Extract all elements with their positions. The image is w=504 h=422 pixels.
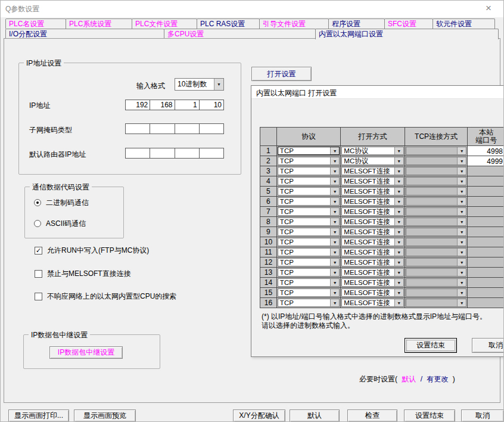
open-method-select[interactable]: MELSOFT连接▼ (341, 299, 403, 307)
chevron-down-icon[interactable]: ▼ (394, 289, 403, 296)
octet-input[interactable]: 168 (150, 100, 175, 110)
chevron-down-icon[interactable]: ▼ (457, 218, 466, 225)
radio-icon[interactable] (34, 199, 41, 206)
chevron-down-icon[interactable]: ▼ (394, 249, 403, 256)
checkbox-icon[interactable] (35, 270, 42, 278)
chevron-down-icon[interactable]: ▼ (394, 198, 403, 205)
chevron-down-icon[interactable]: ▼ (394, 188, 403, 195)
host-port-cell[interactable] (468, 207, 504, 216)
octet-input[interactable] (150, 148, 175, 159)
bottom-button-check[interactable]: 检查 (347, 409, 397, 422)
protocol-select[interactable]: TCP▼ (278, 167, 340, 175)
protocol-select[interactable]: TCP▼ (278, 248, 340, 256)
octet-input[interactable] (175, 148, 200, 159)
host-port-cell[interactable] (468, 278, 504, 287)
chevron-down-icon[interactable]: ▼ (394, 299, 403, 306)
chevron-down-icon[interactable]: ▼ (394, 238, 403, 246)
tab-io-assignment[interactable]: I/O分配设置 (5, 29, 164, 39)
host-port-cell[interactable] (468, 237, 504, 247)
chevron-down-icon[interactable]: ▼ (457, 198, 466, 205)
tcp-connection-select[interactable]: ▼ (406, 157, 466, 165)
chevron-down-icon[interactable]: ▼ (330, 157, 339, 165)
tab-plc-ras[interactable]: PLC RAS设置 (197, 18, 260, 29)
chevron-down-icon[interactable]: ▼ (394, 269, 403, 276)
open-method-select[interactable]: MELSOFT连接▼ (341, 238, 403, 246)
chevron-down-icon[interactable]: ▼ (457, 289, 466, 296)
host-port-cell[interactable]: 4998 (468, 146, 504, 156)
chevron-down-icon[interactable]: ▼ (330, 218, 339, 225)
tcp-connection-select[interactable]: ▼ (406, 187, 466, 196)
tcp-connection-select[interactable]: ▼ (406, 147, 466, 155)
input-format-select[interactable]: 10进制数 ▼ (175, 78, 224, 91)
tcp-connection-select[interactable]: ▼ (406, 238, 466, 246)
chevron-down-icon[interactable]: ▼ (214, 79, 223, 90)
chevron-down-icon[interactable]: ▼ (394, 279, 403, 286)
required-note-changed-link[interactable]: 有更改 (427, 375, 448, 383)
tcp-connection-select[interactable]: ▼ (406, 207, 466, 216)
bottom-button-print[interactable]: 显示画面打印... (8, 409, 69, 422)
protocol-select[interactable]: TCP▼ (278, 177, 340, 185)
octet-input[interactable] (200, 148, 224, 159)
protocol-select[interactable]: TCP▼ (278, 268, 340, 277)
radio-option-ascii[interactable]: ASCII码通信 (34, 219, 86, 228)
tab-multi-cpu[interactable]: 多CPU设置 (164, 29, 316, 39)
ip-relay-button[interactable]: IP数据包中继设置 (49, 346, 123, 359)
chevron-down-icon[interactable]: ▼ (330, 269, 339, 276)
checkbox-icon[interactable]: ✓ (35, 247, 42, 255)
protocol-select[interactable]: TCP▼ (278, 218, 340, 226)
tcp-connection-select[interactable]: ▼ (406, 288, 466, 297)
bottom-button-default[interactable]: 默认 (290, 409, 340, 422)
chevron-down-icon[interactable]: ▼ (457, 208, 466, 215)
host-port-cell[interactable] (468, 217, 504, 226)
protocol-select[interactable]: TCP▼ (278, 258, 340, 266)
open-method-select[interactable]: MELSOFT连接▼ (341, 197, 403, 206)
tcp-connection-select[interactable]: ▼ (406, 197, 466, 206)
chevron-down-icon[interactable]: ▼ (330, 167, 339, 175)
open-method-select[interactable]: MELSOFT连接▼ (341, 167, 403, 175)
chevron-down-icon[interactable]: ▼ (394, 157, 403, 165)
chevron-down-icon[interactable]: ▼ (394, 228, 403, 235)
open-method-select[interactable]: MELSOFT连接▼ (341, 258, 403, 266)
chevron-down-icon[interactable]: ▼ (457, 228, 466, 235)
radio-icon[interactable] (34, 220, 41, 227)
tcp-connection-select[interactable]: ▼ (406, 177, 466, 185)
tab-program[interactable]: 程序设置 (328, 18, 385, 29)
chevron-down-icon[interactable]: ▼ (457, 167, 466, 175)
open-method-select[interactable]: MELSOFT连接▼ (341, 248, 403, 256)
open-method-select[interactable]: MELSOFT连接▼ (341, 278, 403, 287)
dialog-finish-button[interactable]: 设置结束 (405, 338, 457, 353)
chevron-down-icon[interactable]: ▼ (330, 249, 339, 256)
tcp-connection-select[interactable]: ▼ (406, 228, 466, 236)
open-method-select[interactable]: MELSOFT连接▼ (341, 187, 403, 196)
bottom-button-preview[interactable]: 显示画面预览 (74, 409, 136, 422)
protocol-select[interactable]: TCP▼ (278, 207, 340, 216)
tcp-connection-select[interactable]: ▼ (406, 248, 466, 256)
radio-option-binary[interactable]: 二进制码通信 (34, 198, 89, 207)
tcp-connection-select[interactable]: ▼ (406, 268, 466, 277)
octet-input[interactable] (125, 148, 150, 159)
tcp-connection-select[interactable]: ▼ (406, 278, 466, 287)
chevron-down-icon[interactable]: ▼ (457, 178, 466, 185)
chevron-down-icon[interactable]: ▼ (394, 259, 403, 266)
protocol-select[interactable]: TCP▼ (278, 238, 340, 246)
chevron-down-icon[interactable]: ▼ (457, 269, 466, 276)
host-port-cell[interactable] (468, 288, 504, 297)
tab-sfc[interactable]: SFC设置 (384, 18, 433, 29)
chevron-down-icon[interactable]: ▼ (457, 249, 466, 256)
protocol-select[interactable]: TCP▼ (278, 187, 340, 196)
chevron-down-icon[interactable]: ▼ (330, 299, 339, 306)
chevron-down-icon[interactable]: ▼ (330, 259, 339, 266)
open-settings-button[interactable]: 打开设置 (251, 67, 312, 81)
octet-input[interactable] (150, 123, 175, 134)
chevron-down-icon[interactable]: ▼ (330, 208, 339, 215)
open-method-select[interactable]: MELSOFT连接▼ (341, 268, 403, 277)
chevron-down-icon[interactable]: ▼ (330, 198, 339, 205)
host-port-cell[interactable] (468, 268, 504, 277)
protocol-select[interactable]: TCP▼ (278, 299, 340, 307)
chevron-down-icon[interactable]: ▼ (457, 259, 466, 266)
checkbox-forbid-melsoft[interactable]: 禁止与MELSOFT直接连接 (35, 269, 131, 278)
chevron-down-icon[interactable]: ▼ (394, 208, 403, 215)
host-port-cell[interactable] (468, 176, 504, 186)
chevron-down-icon[interactable]: ▼ (330, 178, 339, 185)
checkbox-icon[interactable] (35, 293, 42, 300)
